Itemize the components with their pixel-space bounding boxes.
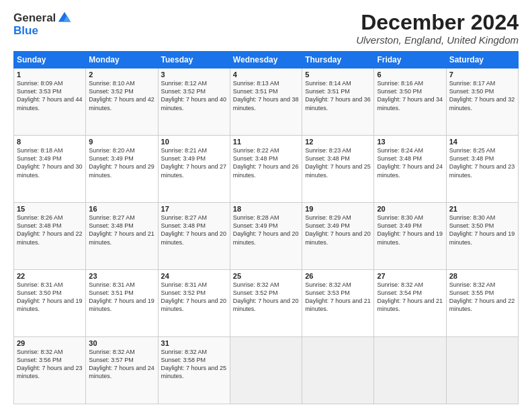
page: General Blue December 2024 Ulverston, En… xyxy=(0,0,532,411)
table-row: 14 Sunrise: 8:25 AM Sunset: 3:48 PM Dayl… xyxy=(446,136,518,203)
day-number: 14 xyxy=(449,138,515,146)
day-number: 1 xyxy=(17,71,83,79)
table-row: 23 Sunrise: 8:31 AM Sunset: 3:51 PM Dayl… xyxy=(86,270,158,337)
day-info: Sunrise: 8:17 AM Sunset: 3:50 PM Dayligh… xyxy=(449,79,515,112)
col-header-sunday: Sunday xyxy=(14,52,86,68)
table-row: 21 Sunrise: 8:30 AM Sunset: 3:50 PM Dayl… xyxy=(446,203,518,270)
day-number: 9 xyxy=(89,138,154,146)
day-number: 29 xyxy=(17,339,83,347)
day-number: 4 xyxy=(233,71,299,79)
day-info: Sunrise: 8:32 AM Sunset: 3:54 PM Dayligh… xyxy=(377,281,443,314)
day-number: 7 xyxy=(449,71,515,79)
day-number: 17 xyxy=(161,205,227,213)
col-header-thursday: Thursday xyxy=(302,52,374,68)
day-number: 30 xyxy=(89,339,154,347)
table-row: 18 Sunrise: 8:28 AM Sunset: 3:49 PM Dayl… xyxy=(230,203,302,270)
day-info: Sunrise: 8:31 AM Sunset: 3:51 PM Dayligh… xyxy=(89,281,154,314)
table-row: 26 Sunrise: 8:32 AM Sunset: 3:53 PM Dayl… xyxy=(302,270,374,337)
location: Ulverston, England, United Kingdom xyxy=(356,34,519,46)
table-row: 19 Sunrise: 8:29 AM Sunset: 3:49 PM Dayl… xyxy=(302,203,374,270)
day-info: Sunrise: 8:30 AM Sunset: 3:49 PM Dayligh… xyxy=(377,214,443,246)
day-number: 6 xyxy=(377,71,443,79)
day-number: 21 xyxy=(449,205,515,213)
day-number: 24 xyxy=(161,272,227,280)
day-info: Sunrise: 8:31 AM Sunset: 3:52 PM Dayligh… xyxy=(161,281,227,314)
logo-icon xyxy=(57,11,72,26)
table-row: 6 Sunrise: 8:16 AM Sunset: 3:50 PM Dayli… xyxy=(374,68,446,136)
col-header-saturday: Saturday xyxy=(446,52,518,68)
col-header-monday: Monday xyxy=(86,52,158,68)
table-row xyxy=(446,337,518,404)
day-info: Sunrise: 8:23 AM Sunset: 3:48 PM Dayligh… xyxy=(305,146,371,179)
day-number: 3 xyxy=(161,71,227,79)
day-number: 16 xyxy=(89,205,154,213)
calendar-header-row: Sunday Monday Tuesday Wednesday Thursday… xyxy=(14,52,519,68)
day-number: 15 xyxy=(17,205,83,213)
day-info: Sunrise: 8:32 AM Sunset: 3:52 PM Dayligh… xyxy=(233,281,299,314)
day-number: 12 xyxy=(305,138,371,146)
table-row: 15 Sunrise: 8:26 AM Sunset: 3:48 PM Dayl… xyxy=(14,203,86,270)
day-info: Sunrise: 8:30 AM Sunset: 3:50 PM Dayligh… xyxy=(449,214,515,246)
table-row: 13 Sunrise: 8:24 AM Sunset: 3:48 PM Dayl… xyxy=(374,136,446,203)
calendar-row: 29 Sunrise: 8:32 AM Sunset: 3:56 PM Dayl… xyxy=(14,337,519,404)
day-info: Sunrise: 8:32 AM Sunset: 3:58 PM Dayligh… xyxy=(161,348,227,381)
day-info: Sunrise: 8:32 AM Sunset: 3:53 PM Dayligh… xyxy=(305,281,371,314)
day-info: Sunrise: 8:12 AM Sunset: 3:52 PM Dayligh… xyxy=(161,79,227,112)
table-row: 5 Sunrise: 8:14 AM Sunset: 3:51 PM Dayli… xyxy=(302,68,374,136)
day-info: Sunrise: 8:28 AM Sunset: 3:49 PM Dayligh… xyxy=(233,214,299,246)
day-info: Sunrise: 8:20 AM Sunset: 3:49 PM Dayligh… xyxy=(89,146,154,179)
table-row xyxy=(302,337,374,404)
calendar-table: Sunday Monday Tuesday Wednesday Thursday… xyxy=(13,51,519,404)
day-number: 5 xyxy=(305,71,371,79)
day-info: Sunrise: 8:13 AM Sunset: 3:51 PM Dayligh… xyxy=(233,79,299,112)
day-number: 26 xyxy=(305,272,371,280)
logo: General Blue xyxy=(13,11,72,38)
day-info: Sunrise: 8:26 AM Sunset: 3:48 PM Dayligh… xyxy=(17,214,83,246)
table-row xyxy=(230,337,302,404)
day-info: Sunrise: 8:14 AM Sunset: 3:51 PM Dayligh… xyxy=(305,79,371,112)
day-info: Sunrise: 8:16 AM Sunset: 3:50 PM Dayligh… xyxy=(377,79,443,112)
logo-blue: Blue xyxy=(13,24,38,37)
table-row: 29 Sunrise: 8:32 AM Sunset: 3:56 PM Dayl… xyxy=(14,337,86,404)
table-row: 20 Sunrise: 8:30 AM Sunset: 3:49 PM Dayl… xyxy=(374,203,446,270)
table-row: 28 Sunrise: 8:32 AM Sunset: 3:55 PM Dayl… xyxy=(446,270,518,337)
col-header-wednesday: Wednesday xyxy=(230,52,302,68)
table-row: 11 Sunrise: 8:22 AM Sunset: 3:48 PM Dayl… xyxy=(230,136,302,203)
day-info: Sunrise: 8:22 AM Sunset: 3:48 PM Dayligh… xyxy=(233,146,299,179)
table-row: 24 Sunrise: 8:31 AM Sunset: 3:52 PM Dayl… xyxy=(158,270,230,337)
table-row: 30 Sunrise: 8:32 AM Sunset: 3:57 PM Dayl… xyxy=(86,337,158,404)
table-row: 31 Sunrise: 8:32 AM Sunset: 3:58 PM Dayl… xyxy=(158,337,230,404)
day-info: Sunrise: 8:25 AM Sunset: 3:48 PM Dayligh… xyxy=(449,146,515,179)
day-info: Sunrise: 8:32 AM Sunset: 3:57 PM Dayligh… xyxy=(89,348,154,381)
calendar-row: 15 Sunrise: 8:26 AM Sunset: 3:48 PM Dayl… xyxy=(14,203,519,270)
table-row: 12 Sunrise: 8:23 AM Sunset: 3:48 PM Dayl… xyxy=(302,136,374,203)
day-info: Sunrise: 8:24 AM Sunset: 3:48 PM Dayligh… xyxy=(377,146,443,179)
calendar-row: 1 Sunrise: 8:09 AM Sunset: 3:53 PM Dayli… xyxy=(14,68,519,136)
day-number: 27 xyxy=(377,272,443,280)
month-title: December 2024 xyxy=(356,11,519,34)
day-info: Sunrise: 8:18 AM Sunset: 3:49 PM Dayligh… xyxy=(17,146,83,179)
day-info: Sunrise: 8:27 AM Sunset: 3:48 PM Dayligh… xyxy=(89,214,154,246)
table-row: 9 Sunrise: 8:20 AM Sunset: 3:49 PM Dayli… xyxy=(86,136,158,203)
logo-text: General xyxy=(13,11,72,26)
title-area: December 2024 Ulverston, England, United… xyxy=(356,11,519,46)
table-row: 1 Sunrise: 8:09 AM Sunset: 3:53 PM Dayli… xyxy=(14,68,86,136)
day-info: Sunrise: 8:10 AM Sunset: 3:52 PM Dayligh… xyxy=(89,79,154,112)
header: General Blue December 2024 Ulverston, En… xyxy=(13,11,519,46)
day-number: 31 xyxy=(161,339,227,347)
day-number: 13 xyxy=(377,138,443,146)
table-row: 4 Sunrise: 8:13 AM Sunset: 3:51 PM Dayli… xyxy=(230,68,302,136)
day-number: 23 xyxy=(89,272,154,280)
day-number: 28 xyxy=(449,272,515,280)
day-info: Sunrise: 8:09 AM Sunset: 3:53 PM Dayligh… xyxy=(17,79,83,112)
table-row: 7 Sunrise: 8:17 AM Sunset: 3:50 PM Dayli… xyxy=(446,68,518,136)
day-info: Sunrise: 8:32 AM Sunset: 3:55 PM Dayligh… xyxy=(449,281,515,314)
col-header-tuesday: Tuesday xyxy=(158,52,230,68)
table-row: 22 Sunrise: 8:31 AM Sunset: 3:50 PM Dayl… xyxy=(14,270,86,337)
day-number: 8 xyxy=(17,138,83,146)
table-row xyxy=(374,337,446,404)
day-number: 2 xyxy=(89,71,154,79)
day-number: 18 xyxy=(233,205,299,213)
day-info: Sunrise: 8:27 AM Sunset: 3:48 PM Dayligh… xyxy=(161,214,227,246)
table-row: 2 Sunrise: 8:10 AM Sunset: 3:52 PM Dayli… xyxy=(86,68,158,136)
